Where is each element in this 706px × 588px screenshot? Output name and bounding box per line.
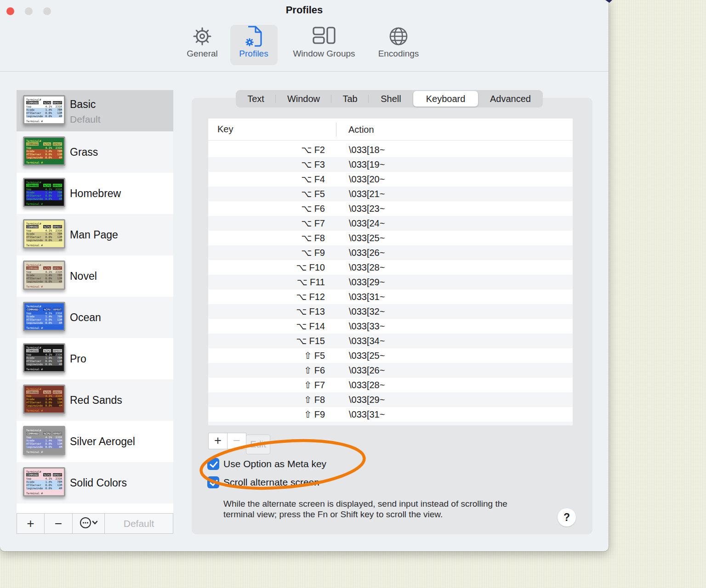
add-binding-button[interactable]: + [208, 433, 228, 449]
binding-action: \033[33~ [336, 321, 573, 332]
binding-key: ⌥ F8 [208, 232, 336, 243]
scroll-alternate-checkbox-row[interactable]: Scroll alternate screen [207, 476, 319, 488]
profile-list-footer: + − Default [17, 513, 173, 534]
profile-name: Homebrew [70, 187, 121, 200]
profile-row-novel[interactable]: Terminal#COMMAND%CPURPRVTtop4.1%231KXcod… [17, 255, 173, 297]
binding-key: ⇧ F8 [208, 394, 336, 405]
profile-row-basic[interactable]: Terminal#COMMAND%CPURPRVTtop4.1%231KXcod… [17, 90, 173, 131]
option-meta-checkbox-row[interactable]: Use Option as Meta key [207, 458, 326, 470]
binding-key: ⌥ F7 [208, 218, 336, 229]
set-default-button[interactable]: Default [105, 514, 173, 533]
binding-action: \033[20~ [336, 174, 573, 185]
profile-row-pro[interactable]: Terminal#COMMAND%CPURPRVTtop4.1%231KXcod… [17, 338, 173, 379]
binding-row[interactable]: ⌥ F5\033[21~ [208, 187, 573, 201]
binding-row[interactable]: ⌥ F6\033[23~ [208, 201, 573, 216]
binding-action: \033[28~ [336, 262, 573, 273]
scroll-alternate-label[interactable]: Scroll alternate screen [223, 477, 319, 488]
key-bindings-table-body: ⌥ F2\033[18~⌥ F3\033[19~⌥ F4\033[20~⌥ F5… [208, 141, 573, 422]
profile-row-solid-colors[interactable]: Terminal#COMMAND%CPURPRVTtop4.1%231KXcod… [17, 462, 173, 503]
profile-row-homebrew[interactable]: Terminal#COMMAND%CPURPRVTtop4.1%231KXcod… [17, 173, 173, 214]
binding-row[interactable]: ⌥ F2\033[18~ [208, 142, 573, 157]
binding-row[interactable]: ⌥ F14\033[33~ [208, 319, 573, 334]
binding-action: \033[24~ [336, 218, 573, 229]
binding-key: ⌥ F9 [208, 247, 336, 258]
column-header-key: Key [208, 124, 336, 135]
binding-action: \033[18~ [336, 145, 573, 155]
tab-keyboard[interactable]: Keyboard [413, 91, 478, 107]
add-profile-button[interactable]: + [17, 514, 45, 533]
binding-action: \033[26~ [336, 248, 573, 258]
globe-icon [364, 24, 433, 49]
remove-binding-button[interactable]: − [227, 433, 246, 449]
profile-name: Man Page [70, 229, 118, 241]
profile-thumbnail: Terminal#COMMAND%CPURPRVTtop4.1%231KXcod… [23, 302, 65, 331]
profile-thumbnail: Terminal#COMMAND%CPURPRVTtop4.1%231KXcod… [23, 426, 65, 455]
tab-advanced[interactable]: Advanced [478, 90, 543, 107]
profile-row-grass[interactable]: Terminal#COMMAND%CPURPRVTtop4.1%231KXcod… [17, 131, 173, 173]
profile-thumbnail: Terminal#COMMAND%CPURPRVTtop4.1%231KXcod… [23, 219, 65, 249]
binding-row[interactable]: ⌥ F11\033[29~ [208, 275, 573, 289]
binding-action: \033[31~ [336, 409, 573, 420]
binding-row[interactable]: ⌥ F12\033[31~ [208, 289, 573, 304]
help-button[interactable]: ? [558, 508, 576, 526]
profile-thumbnail: Terminal#COMMAND%CPURPRVTtop4.1%231KXcod… [23, 260, 65, 290]
tab-shell[interactable]: Shell [369, 90, 413, 107]
binding-row[interactable]: ⇧ F7\033[28~ [208, 378, 573, 392]
toolbar-item-profiles[interactable]: Profiles [219, 24, 288, 65]
toolbar-item-encodings[interactable]: Encodings [364, 24, 433, 65]
profile-name: Pro [70, 353, 86, 365]
option-meta-label[interactable]: Use Option as Meta key [223, 458, 326, 469]
remove-profile-button[interactable]: − [45, 514, 73, 533]
table-header: Key Action [208, 119, 573, 141]
binding-action: \033[26~ [336, 365, 573, 376]
binding-key: ⌥ F11 [208, 277, 336, 288]
profile-list: Terminal#COMMAND%CPURPRVTtop4.1%231KXcod… [17, 90, 173, 534]
profile-row-ocean[interactable]: Terminal#COMMAND%CPURPRVTtop4.1%231KXcod… [17, 297, 173, 338]
binding-action: \033[23~ [336, 204, 573, 214]
binding-key: ⌥ F13 [208, 306, 336, 317]
binding-row[interactable]: ⌥ F13\033[32~ [208, 304, 573, 319]
key-bindings-table: Key Action ⌥ F2\033[18~⌥ F3\033[19~⌥ F4\… [208, 119, 573, 425]
profile-row-red-sands[interactable]: Terminal#COMMAND%CPURPRVTtop4.1%231KXcod… [17, 379, 173, 421]
binding-row[interactable]: ⌥ F7\033[24~ [208, 216, 573, 231]
binding-row[interactable]: ⇧ F6\033[26~ [208, 363, 573, 378]
option-meta-checkbox[interactable] [207, 458, 219, 470]
edit-binding-button[interactable]: Edit [246, 435, 270, 454]
profile-thumbnail: Terminal#COMMAND%CPURPRVTtop4.1%231KXcod… [23, 384, 65, 414]
profile-actions-menu-button[interactable] [73, 514, 105, 533]
binding-row[interactable]: ⌥ F15\033[34~ [208, 334, 573, 348]
toolbar-item-window-groups[interactable]: Window Groups [290, 24, 359, 65]
binding-key: ⇧ F9 [208, 409, 336, 420]
profile-name: Grass [70, 146, 98, 158]
binding-key: ⌥ F15 [208, 335, 336, 346]
profile-row-man-page[interactable]: Terminal#COMMAND%CPURPRVTtop4.1%231KXcod… [17, 214, 173, 255]
window-title: Profiles [0, 4, 609, 16]
binding-row[interactable]: ⇧ F9\033[31~ [208, 407, 573, 422]
binding-action: \033[25~ [336, 351, 573, 361]
binding-row[interactable]: ⇧ F5\033[25~ [208, 348, 573, 363]
binding-row[interactable]: ⌥ F3\033[19~ [208, 157, 573, 172]
binding-row[interactable]: ⇧ F8\033[29~ [208, 392, 573, 407]
profile-tabs: TextWindowTabShellKeyboardAdvanced [236, 90, 543, 107]
binding-row[interactable]: ⌥ F10\033[28~ [208, 260, 573, 275]
tab-window[interactable]: Window [276, 90, 331, 107]
column-header-action: Action [336, 123, 573, 136]
tab-text[interactable]: Text [236, 90, 276, 107]
binding-row[interactable]: ⌥ F9\033[26~ [208, 245, 573, 260]
binding-action: \033[21~ [336, 189, 573, 199]
binding-row[interactable]: ⌥ F4\033[20~ [208, 172, 573, 187]
tab-tab[interactable]: Tab [331, 90, 369, 107]
binding-key: ⌥ F6 [208, 203, 336, 214]
scroll-alternate-checkbox[interactable] [207, 476, 219, 488]
profile-row-silver-aerogel[interactable]: Terminal#COMMAND%CPURPRVTtop4.1%231KXcod… [17, 421, 173, 462]
preferences-window: Profiles General [0, 0, 609, 551]
keyboard-tab-panel: Key Action ⌥ F2\033[18~⌥ F3\033[19~⌥ F4\… [192, 98, 592, 534]
titlebar: Profiles General [0, 0, 609, 72]
profile-name: Solid Colors [70, 477, 127, 489]
binding-action: \033[19~ [336, 159, 573, 170]
binding-action: \033[32~ [336, 306, 573, 317]
binding-action: \033[28~ [336, 380, 573, 390]
binding-row[interactable]: ⌥ F8\033[25~ [208, 231, 573, 245]
binding-key: ⌥ F14 [208, 321, 336, 332]
profile-thumbnail: Terminal#COMMAND%CPURPRVTtop4.1%231KXcod… [23, 467, 65, 497]
